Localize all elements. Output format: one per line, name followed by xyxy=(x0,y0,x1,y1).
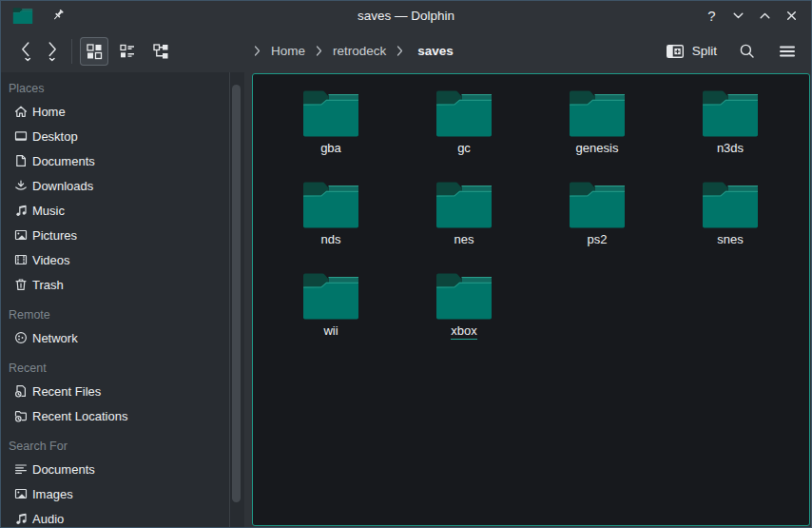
folder-item-nes[interactable]: nes xyxy=(397,173,531,264)
sidebar-item-documents[interactable]: Documents xyxy=(1,148,244,173)
folder-name-text: gba xyxy=(320,141,341,155)
folder-name-text: wii xyxy=(323,323,338,338)
window-controls: ? xyxy=(702,6,802,26)
folder-grid: gba gc genesis n3ds nds nes ps2 xyxy=(253,74,800,356)
toolbar-right: Split xyxy=(666,29,799,72)
sidebar-scrollbar-thumb[interactable] xyxy=(232,85,241,502)
folder-name: nes xyxy=(454,232,474,246)
folder-name: gc xyxy=(457,141,471,155)
titlebar[interactable]: saves — Dolphin ? xyxy=(1,1,811,29)
folder-item-xbox[interactable]: xbox xyxy=(397,264,531,356)
home-icon xyxy=(13,104,29,119)
folder-item-gc[interactable]: gc xyxy=(397,82,531,173)
split-label: Split xyxy=(692,44,717,58)
folder-icon xyxy=(568,88,627,139)
sidebar-item-trash[interactable]: Trash xyxy=(1,272,244,297)
folder-item-gba[interactable]: gba xyxy=(264,82,397,173)
image-icon xyxy=(13,227,29,243)
section-header: Places xyxy=(1,78,244,99)
sidebar-section-recent: RecentRecent FilesRecent Locations xyxy=(1,358,244,428)
sidebar-item-label: Recent Files xyxy=(32,384,101,399)
breadcrumb-separator xyxy=(254,46,261,56)
help-button[interactable]: ? xyxy=(702,6,722,26)
breadcrumb-separator xyxy=(316,46,322,56)
toolbar-separator xyxy=(71,39,72,64)
sidebar-item-home[interactable]: Home xyxy=(1,99,244,124)
breadcrumb-retrodeck[interactable]: retrodeck xyxy=(333,44,386,58)
sidebar-item-recent-files[interactable]: Recent Files xyxy=(1,379,244,403)
sidebar-item-music[interactable]: Music xyxy=(1,198,244,223)
sidebar-item-recent-locations[interactable]: Recent Locations xyxy=(1,403,244,428)
sidebar-section-remote: RemoteNetwork xyxy=(1,304,244,350)
sidebar-item-documents[interactable]: Documents xyxy=(1,457,244,481)
compact-view-icon xyxy=(119,43,136,60)
sidebar-item-label: Music xyxy=(32,204,65,218)
pin-icon[interactable] xyxy=(47,5,68,26)
sidebar-item-audio[interactable]: Audio xyxy=(1,506,244,527)
menu-button[interactable] xyxy=(776,40,799,63)
sidebar-item-downloads[interactable]: Downloads xyxy=(1,173,244,198)
folder-name: ps2 xyxy=(588,232,608,246)
folder-name: snes xyxy=(717,232,743,246)
compact-view-button[interactable] xyxy=(113,37,142,66)
folder-name: wii xyxy=(323,323,338,338)
folder-icon xyxy=(568,179,627,230)
folder-name-text: gc xyxy=(457,141,471,155)
recent-locations-icon xyxy=(13,408,29,423)
icons-view-button[interactable] xyxy=(80,37,108,66)
sidebar-section-places: PlacesHomeDesktopDocumentsDownloadsMusic… xyxy=(1,78,244,297)
folder-name-text: ps2 xyxy=(588,232,608,246)
folder-icon xyxy=(701,179,760,230)
section-header: Remote xyxy=(1,304,244,325)
view-mode-buttons xyxy=(80,37,175,66)
sidebar-item-desktop[interactable]: Desktop xyxy=(1,124,244,148)
app-folder-icon xyxy=(12,6,33,25)
folder-name: xbox xyxy=(451,323,476,338)
sidebar-item-label: Recent Locations xyxy=(32,409,127,423)
icons-view-icon xyxy=(86,43,103,60)
folder-name: gba xyxy=(320,141,341,155)
folder-name-text: genesis xyxy=(576,141,619,155)
desktop-icon xyxy=(13,128,29,144)
folder-item-n3ds[interactable]: n3ds xyxy=(664,82,797,173)
close-button[interactable] xyxy=(782,6,802,26)
sidebar-item-videos[interactable]: Videos xyxy=(1,247,244,272)
folder-name: genesis xyxy=(576,141,619,155)
sidebar-section-search-for: Search ForDocumentsImagesAudio xyxy=(1,436,244,527)
minimize-button[interactable] xyxy=(728,6,748,26)
folder-item-snes[interactable]: snes xyxy=(664,173,797,264)
section-header: Search For xyxy=(1,436,244,457)
sidebar-item-label: Network xyxy=(32,331,78,345)
sidebar-item-images[interactable]: Images xyxy=(1,481,244,506)
folder-item-wii[interactable]: wii xyxy=(264,264,397,356)
sidebar-item-label: Trash xyxy=(32,278,64,292)
folder-item-genesis[interactable]: genesis xyxy=(531,82,664,173)
breadcrumb-home[interactable]: Home xyxy=(271,44,305,58)
forward-button[interactable] xyxy=(39,36,66,67)
folder-name-text: snes xyxy=(717,232,743,246)
breadcrumb: Homeretrodecksaves xyxy=(254,29,454,72)
folder-item-nds[interactable]: nds xyxy=(264,173,397,264)
details-view-button[interactable] xyxy=(146,37,175,66)
folder-name-text: xbox xyxy=(451,323,476,340)
video-icon xyxy=(13,252,29,267)
recent-files-icon xyxy=(13,383,29,399)
split-icon xyxy=(666,43,685,60)
sidebar-item-label: Images xyxy=(32,487,73,501)
folder-item-ps2[interactable]: ps2 xyxy=(531,173,664,264)
back-button[interactable] xyxy=(12,36,39,67)
maximize-button[interactable] xyxy=(755,6,775,26)
sidebar-item-network[interactable]: Network xyxy=(1,325,244,350)
breadcrumb-saves[interactable]: saves xyxy=(417,44,454,58)
sidebar-item-pictures[interactable]: Pictures xyxy=(1,223,244,247)
search-button[interactable] xyxy=(735,40,758,63)
music-icon xyxy=(13,203,29,218)
folder-view[interactable]: gba gc genesis n3ds nds nes ps2 xyxy=(252,73,810,526)
folder-name: nds xyxy=(321,232,341,246)
sidebar-item-label: Home xyxy=(32,105,66,119)
toolbar: Homeretrodecksaves Split xyxy=(1,29,811,72)
split-button[interactable]: Split xyxy=(666,43,717,60)
folder-icon xyxy=(301,179,360,230)
section-header: Recent xyxy=(1,358,244,379)
folder-icon xyxy=(701,88,760,139)
